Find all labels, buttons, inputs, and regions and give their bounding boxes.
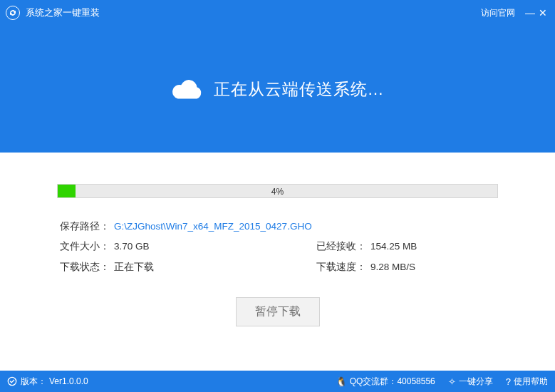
app-window: 系统之家一键重装 访问官网 — ✕ 正在从云端传送系统… 4% 保存路径：G:\… — [0, 0, 555, 392]
file-size-value: 3.70 GB — [114, 241, 150, 252]
minimize-button[interactable]: — — [524, 8, 536, 18]
received-label: 已经接收： — [316, 241, 366, 252]
hero-banner: 正在从云端传送系统… — [0, 26, 555, 153]
cloud-icon — [171, 78, 204, 100]
save-path-value[interactable]: G:\ZJGhost\Win7_x64_MFZ_2015_0427.GHO — [114, 221, 312, 232]
progress-bar: 4% — [57, 184, 498, 198]
statusbar: 版本： Ver1.0.0.0 🐧 QQ交流群： 40058556 ✧ 一键分享 … — [0, 371, 555, 392]
help-icon: ? — [506, 376, 511, 387]
save-path-label: 保存路径： — [60, 221, 110, 232]
progress-percent: 4% — [58, 185, 497, 197]
share-link[interactable]: ✧ 一键分享 — [448, 376, 493, 388]
share-text: 一键分享 — [459, 376, 493, 388]
visit-site-link[interactable]: 访问官网 — [481, 7, 515, 19]
file-size-label: 文件大小： — [60, 241, 110, 252]
close-button[interactable]: ✕ — [536, 8, 549, 18]
version-icon — [7, 376, 17, 386]
received-value: 154.25 MB — [370, 241, 417, 252]
hero-text: 正在从云端传送系统… — [214, 78, 385, 100]
help-text: 使用帮助 — [514, 376, 548, 388]
download-info: 保存路径：G:\ZJGhost\Win7_x64_MFZ_2015_0427.G… — [57, 217, 498, 277]
qq-value: 40058556 — [397, 376, 435, 386]
app-title: 系统之家一键重装 — [26, 6, 100, 19]
version-label: 版本： — [21, 376, 46, 388]
share-icon: ✧ — [448, 376, 456, 387]
download-status-label: 下载状态： — [60, 262, 110, 272]
titlebar: 系统之家一键重装 访问官网 — ✕ — [0, 0, 555, 26]
help-link[interactable]: ? 使用帮助 — [506, 376, 548, 388]
qq-group-link[interactable]: 🐧 QQ交流群： 40058556 — [336, 376, 435, 388]
version-value: Ver1.0.0.0 — [49, 376, 88, 386]
download-status-value: 正在下载 — [114, 262, 154, 272]
app-logo-icon — [6, 6, 20, 20]
qq-icon: 🐧 — [336, 376, 347, 387]
qq-label: QQ交流群： — [350, 376, 398, 388]
download-speed-label: 下载速度： — [316, 262, 366, 272]
download-speed-value: 9.28 MB/S — [370, 262, 415, 272]
pause-download-button[interactable]: 暂停下载 — [236, 297, 320, 326]
content-area: 4% 保存路径：G:\ZJGhost\Win7_x64_MFZ_2015_042… — [0, 153, 555, 371]
progress-bar-container: 4% — [57, 184, 498, 198]
